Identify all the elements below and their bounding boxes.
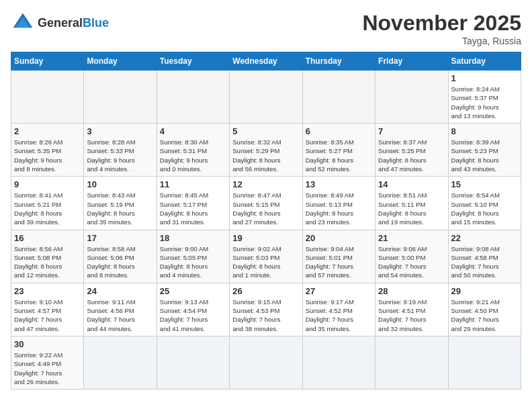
day-number: 5 <box>232 126 299 136</box>
day-info: Sunrise: 8:35 AM Sunset: 5:27 PM Dayligh… <box>306 138 372 173</box>
calendar-cell: 25Sunrise: 9:13 AM Sunset: 4:54 PM Dayli… <box>157 283 229 336</box>
calendar-cell: 23Sunrise: 9:10 AM Sunset: 4:57 PM Dayli… <box>11 283 84 336</box>
weekday-header-row: SundayMondayTuesdayWednesdayThursdayFrid… <box>11 52 521 71</box>
day-number: 10 <box>87 179 153 189</box>
day-info: Sunrise: 8:49 AM Sunset: 5:13 PM Dayligh… <box>306 191 372 226</box>
day-info: Sunrise: 9:10 AM Sunset: 4:57 PM Dayligh… <box>14 298 81 333</box>
calendar-cell <box>230 71 302 124</box>
day-number: 15 <box>451 179 518 189</box>
day-number: 20 <box>306 233 372 243</box>
calendar-cell: 2Sunrise: 8:26 AM Sunset: 5:35 PM Daylig… <box>11 124 84 177</box>
calendar-cell: 27Sunrise: 9:17 AM Sunset: 4:52 PM Dayli… <box>302 283 375 336</box>
day-number: 27 <box>306 286 372 296</box>
day-number: 1 <box>451 73 518 83</box>
calendar-cell: 11Sunrise: 8:45 AM Sunset: 5:17 PM Dayli… <box>157 177 229 230</box>
day-number: 19 <box>232 233 299 243</box>
day-info: Sunrise: 8:51 AM Sunset: 5:11 PM Dayligh… <box>378 191 445 226</box>
calendar-cell: 8Sunrise: 8:39 AM Sunset: 5:23 PM Daylig… <box>448 124 521 177</box>
calendar-cell: 12Sunrise: 8:47 AM Sunset: 5:15 PM Dayli… <box>230 177 302 230</box>
weekday-header-thursday: Thursday <box>302 52 375 71</box>
calendar-cell: 9Sunrise: 8:41 AM Sunset: 5:21 PM Daylig… <box>11 177 84 230</box>
calendar-cell: 4Sunrise: 8:30 AM Sunset: 5:31 PM Daylig… <box>157 124 229 177</box>
calendar-cell: 28Sunrise: 9:19 AM Sunset: 4:51 PM Dayli… <box>375 283 448 336</box>
day-info: Sunrise: 8:26 AM Sunset: 5:35 PM Dayligh… <box>14 138 81 173</box>
calendar-cell <box>84 71 157 124</box>
location: Tayga, Russia <box>362 36 521 46</box>
day-number: 3 <box>87 126 153 136</box>
title-block: November 2025 Tayga, Russia <box>362 11 521 46</box>
day-number: 29 <box>451 286 518 296</box>
logo: GeneralBlue <box>11 11 109 35</box>
day-number: 4 <box>160 126 226 136</box>
day-info: Sunrise: 9:22 AM Sunset: 4:49 PM Dayligh… <box>14 351 81 386</box>
calendar-cell: 30Sunrise: 9:22 AM Sunset: 4:49 PM Dayli… <box>11 336 84 389</box>
day-info: Sunrise: 9:06 AM Sunset: 5:00 PM Dayligh… <box>378 244 445 280</box>
calendar-cell: 29Sunrise: 9:21 AM Sunset: 4:50 PM Dayli… <box>448 283 521 336</box>
weekday-header-wednesday: Wednesday <box>230 52 302 71</box>
calendar-cell <box>448 336 521 389</box>
day-number: 13 <box>306 179 372 189</box>
day-info: Sunrise: 8:41 AM Sunset: 5:21 PM Dayligh… <box>14 191 81 226</box>
day-number: 8 <box>451 126 518 136</box>
month-title: November 2025 <box>362 11 521 36</box>
day-info: Sunrise: 8:56 AM Sunset: 5:08 PM Dayligh… <box>14 244 81 280</box>
weekday-header-sunday: Sunday <box>11 52 84 71</box>
day-number: 14 <box>378 179 445 189</box>
calendar-cell: 3Sunrise: 8:28 AM Sunset: 5:33 PM Daylig… <box>84 124 157 177</box>
calendar-cell <box>157 71 229 124</box>
day-number: 17 <box>87 233 153 243</box>
calendar-cell <box>230 336 302 389</box>
day-info: Sunrise: 9:17 AM Sunset: 4:52 PM Dayligh… <box>306 298 372 333</box>
day-info: Sunrise: 8:28 AM Sunset: 5:33 PM Dayligh… <box>87 138 153 173</box>
day-info: Sunrise: 9:00 AM Sunset: 5:05 PM Dayligh… <box>160 244 226 280</box>
day-info: Sunrise: 8:43 AM Sunset: 5:19 PM Dayligh… <box>87 191 153 226</box>
day-number: 7 <box>378 126 445 136</box>
calendar-cell <box>11 71 84 124</box>
calendar-cell: 16Sunrise: 8:56 AM Sunset: 5:08 PM Dayli… <box>11 230 84 283</box>
calendar-cell: 14Sunrise: 8:51 AM Sunset: 5:11 PM Dayli… <box>375 177 448 230</box>
calendar-week-4: 23Sunrise: 9:10 AM Sunset: 4:57 PM Dayli… <box>11 283 521 336</box>
day-number: 25 <box>160 286 226 296</box>
calendar-cell: 18Sunrise: 9:00 AM Sunset: 5:05 PM Dayli… <box>157 230 229 283</box>
calendar-cell: 1Sunrise: 8:24 AM Sunset: 5:37 PM Daylig… <box>448 71 521 124</box>
day-info: Sunrise: 8:45 AM Sunset: 5:17 PM Dayligh… <box>160 191 226 226</box>
day-info: Sunrise: 9:11 AM Sunset: 4:56 PM Dayligh… <box>87 298 153 333</box>
day-info: Sunrise: 8:24 AM Sunset: 5:37 PM Dayligh… <box>451 85 518 120</box>
calendar-week-5: 30Sunrise: 9:22 AM Sunset: 4:49 PM Dayli… <box>11 336 521 389</box>
day-info: Sunrise: 8:39 AM Sunset: 5:23 PM Dayligh… <box>451 138 518 173</box>
calendar-cell: 24Sunrise: 9:11 AM Sunset: 4:56 PM Dayli… <box>84 283 157 336</box>
calendar-cell: 10Sunrise: 8:43 AM Sunset: 5:19 PM Dayli… <box>84 177 157 230</box>
weekday-header-tuesday: Tuesday <box>157 52 229 71</box>
day-number: 9 <box>14 179 81 189</box>
calendar-cell <box>375 71 448 124</box>
day-info: Sunrise: 9:08 AM Sunset: 4:58 PM Dayligh… <box>451 244 518 280</box>
logo-text: GeneralBlue <box>38 16 109 30</box>
day-info: Sunrise: 9:02 AM Sunset: 5:03 PM Dayligh… <box>232 244 299 280</box>
day-info: Sunrise: 9:15 AM Sunset: 4:53 PM Dayligh… <box>232 298 299 333</box>
calendar-cell: 13Sunrise: 8:49 AM Sunset: 5:13 PM Dayli… <box>302 177 375 230</box>
day-info: Sunrise: 8:54 AM Sunset: 5:10 PM Dayligh… <box>451 191 518 226</box>
day-info: Sunrise: 8:37 AM Sunset: 5:25 PM Dayligh… <box>378 138 445 173</box>
calendar-cell: 7Sunrise: 8:37 AM Sunset: 5:25 PM Daylig… <box>375 124 448 177</box>
day-number: 2 <box>14 126 81 136</box>
calendar-cell: 6Sunrise: 8:35 AM Sunset: 5:27 PM Daylig… <box>302 124 375 177</box>
day-number: 12 <box>232 179 299 189</box>
day-info: Sunrise: 9:21 AM Sunset: 4:50 PM Dayligh… <box>451 298 518 333</box>
weekday-header-saturday: Saturday <box>448 52 521 71</box>
weekday-header-monday: Monday <box>84 52 157 71</box>
day-number: 30 <box>14 339 81 349</box>
day-number: 6 <box>306 126 372 136</box>
page-header: GeneralBlue November 2025 Tayga, Russia <box>11 11 521 46</box>
logo-icon <box>11 11 35 35</box>
calendar-cell <box>302 71 375 124</box>
weekday-header-friday: Friday <box>375 52 448 71</box>
day-number: 24 <box>87 286 153 296</box>
calendar-week-0: 1Sunrise: 8:24 AM Sunset: 5:37 PM Daylig… <box>11 71 521 124</box>
day-number: 28 <box>378 286 445 296</box>
calendar-week-2: 9Sunrise: 8:41 AM Sunset: 5:21 PM Daylig… <box>11 177 521 230</box>
day-number: 26 <box>232 286 299 296</box>
day-number: 23 <box>14 286 81 296</box>
calendar-week-1: 2Sunrise: 8:26 AM Sunset: 5:35 PM Daylig… <box>11 124 521 177</box>
calendar-cell <box>157 336 229 389</box>
day-number: 16 <box>14 233 81 243</box>
